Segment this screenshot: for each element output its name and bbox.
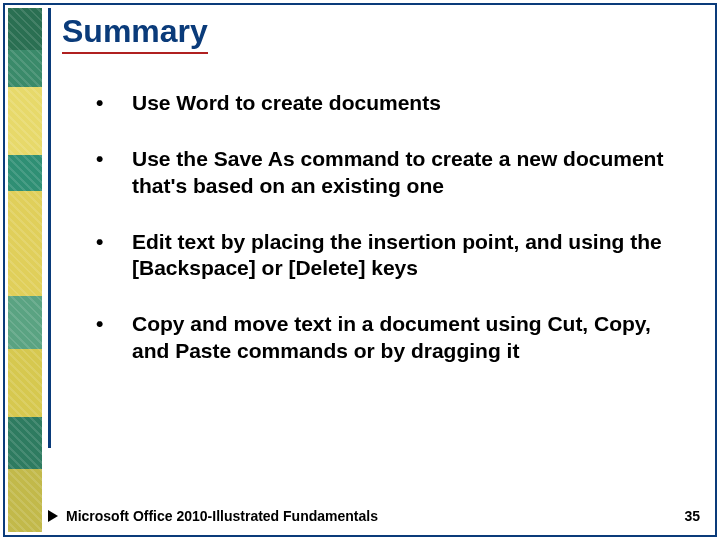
footer: Microsoft Office 2010-Illustrated Fundam…	[48, 508, 700, 524]
list-item: Edit text by placing the insertion point…	[90, 229, 675, 282]
list-item: Use Word to create documents	[90, 90, 675, 116]
footer-left: Microsoft Office 2010-Illustrated Fundam…	[48, 508, 378, 524]
decorative-texture-strip	[8, 8, 42, 532]
vertical-rule	[48, 8, 51, 448]
list-item: Copy and move text in a document using C…	[90, 311, 675, 364]
title-underline	[62, 52, 208, 54]
play-arrow-icon	[48, 510, 58, 522]
slide-title: Summary	[62, 14, 208, 49]
title-block: Summary	[62, 14, 208, 54]
list-item: Use the Save As command to create a new …	[90, 146, 675, 199]
footer-text: Microsoft Office 2010-Illustrated Fundam…	[66, 508, 378, 524]
page-number: 35	[684, 508, 700, 524]
bullet-list: Use Word to create documents Use the Sav…	[90, 90, 675, 394]
